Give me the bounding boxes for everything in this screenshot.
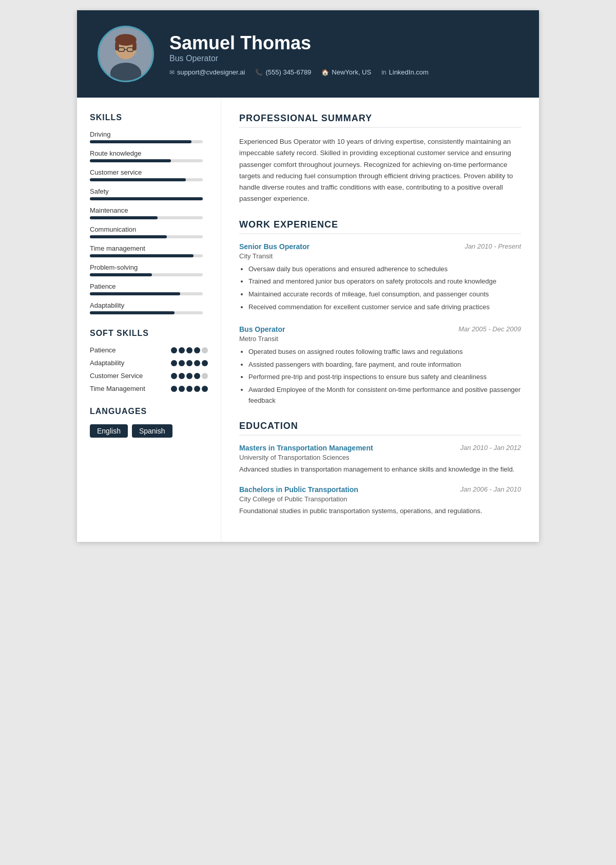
- summary-title: PROFESSIONAL SUMMARY: [239, 113, 521, 128]
- work-title: WORK EXPERIENCE: [239, 219, 521, 234]
- skill-item: Driving: [90, 130, 208, 143]
- soft-skill-item: Adaptability: [90, 359, 208, 367]
- dot: [202, 373, 208, 379]
- skills-list: Driving Route knowledge Customer service…: [90, 130, 208, 314]
- skill-fill: [90, 140, 191, 143]
- edu-description: Foundational studies in public transport…: [239, 506, 521, 517]
- job-bullets: Operated buses on assigned routes follow…: [239, 347, 521, 406]
- skill-bar: [90, 311, 203, 314]
- skill-fill: [90, 197, 203, 200]
- skill-name: Adaptability: [90, 302, 208, 309]
- education-title: EDUCATION: [239, 421, 521, 436]
- skill-item: Route knowledge: [90, 149, 208, 162]
- dot: [171, 386, 177, 392]
- skill-bar: [90, 235, 203, 238]
- dot: [202, 386, 208, 392]
- skill-name: Driving: [90, 130, 208, 138]
- skill-item: Patience: [90, 283, 208, 295]
- soft-skill-item: Customer Service: [90, 372, 208, 380]
- contact-linkedin: in LinkedIn.com: [381, 68, 429, 76]
- education-list: Masters in Transportation Management Jan…: [239, 444, 521, 517]
- job-bullet: Trained and mentored junior bus operator…: [248, 276, 521, 287]
- edu-school: City College of Public Transportation: [239, 495, 521, 503]
- skill-name: Time management: [90, 245, 208, 252]
- skill-name: Maintenance: [90, 206, 208, 214]
- dot: [179, 360, 185, 366]
- sidebar: SKILLS Driving Route knowledge Customer …: [77, 98, 221, 542]
- skill-fill: [90, 254, 194, 257]
- skill-name: Customer service: [90, 168, 208, 176]
- edu-date: Jan 2010 - Jan 2012: [460, 444, 521, 452]
- edu-date: Jan 2006 - Jan 2010: [460, 485, 521, 493]
- dot: [186, 347, 192, 353]
- edu-school: University of Transportation Sciences: [239, 454, 521, 461]
- skills-title: SKILLS: [90, 113, 208, 122]
- language-tag: English: [90, 424, 128, 438]
- language-tag: Spanish: [132, 424, 172, 438]
- soft-skill-name: Customer Service: [90, 372, 171, 380]
- edu-item: Bachelors in Public Transportation Jan 2…: [239, 485, 521, 517]
- language-tags: EnglishSpanish: [90, 424, 208, 438]
- skill-item: Adaptability: [90, 302, 208, 314]
- dot: [186, 386, 192, 392]
- dot: [179, 347, 185, 353]
- skill-item: Safety: [90, 187, 208, 200]
- edu-description: Advanced studies in transportation manag…: [239, 464, 521, 475]
- dots: [171, 347, 208, 353]
- skill-item: Time management: [90, 245, 208, 257]
- header-info: Samuel Thomas Bus Operator ✉ support@cvd…: [169, 32, 518, 76]
- job-header: Senior Bus Operator Jan 2010 - Present: [239, 242, 521, 251]
- header-title: Bus Operator: [169, 54, 518, 63]
- summary-text: Experienced Bus Operator with 10 years o…: [239, 136, 521, 205]
- dots: [171, 386, 208, 392]
- job-bullet: Received commendation for excellent cust…: [248, 302, 521, 313]
- job-bullet: Awarded Employee of the Month for consis…: [248, 385, 521, 406]
- skill-fill: [90, 311, 175, 314]
- edu-degree: Masters in Transportation Management: [239, 444, 373, 452]
- phone-icon: 📞: [255, 69, 263, 76]
- skill-item: Customer service: [90, 168, 208, 181]
- dot: [194, 347, 200, 353]
- email-icon: ✉: [169, 69, 175, 76]
- dot: [194, 386, 200, 392]
- job-bullet: Operated buses on assigned routes follow…: [248, 347, 521, 358]
- skill-bar: [90, 140, 203, 143]
- job-bullet: Performed pre-trip and post-trip inspect…: [248, 372, 521, 383]
- soft-skill-name: Time Management: [90, 385, 171, 392]
- skill-name: Communication: [90, 225, 208, 233]
- skill-bar: [90, 273, 203, 276]
- job-header: Bus Operator Mar 2005 - Dec 2009: [239, 325, 521, 333]
- skill-name: Patience: [90, 283, 208, 290]
- job-bullet: Assisted passengers with boarding, fare …: [248, 360, 521, 370]
- dot: [171, 373, 177, 379]
- skill-item: Maintenance: [90, 206, 208, 219]
- job-company: City Transit: [239, 252, 521, 260]
- dot: [202, 360, 208, 366]
- main-content: PROFESSIONAL SUMMARY Experienced Bus Ope…: [221, 98, 539, 542]
- soft-skill-item: Time Management: [90, 385, 208, 392]
- skill-fill: [90, 235, 167, 238]
- skill-bar: [90, 216, 203, 219]
- dot: [194, 373, 200, 379]
- job-bullet: Maintained accurate records of mileage, …: [248, 289, 521, 300]
- skill-bar: [90, 254, 203, 257]
- edu-header: Masters in Transportation Management Jan…: [239, 444, 521, 452]
- skill-fill: [90, 216, 158, 219]
- job-item: Bus Operator Mar 2005 - Dec 2009 Metro T…: [239, 325, 521, 406]
- dot: [171, 347, 177, 353]
- contact-phone: 📞 (555) 345-6789: [255, 68, 311, 76]
- job-title: Senior Bus Operator: [239, 242, 310, 251]
- job-date: Jan 2010 - Present: [465, 242, 521, 250]
- dot: [186, 360, 192, 366]
- job-bullets: Oversaw daily bus operations and ensured…: [239, 264, 521, 313]
- body-section: SKILLS Driving Route knowledge Customer …: [77, 98, 539, 542]
- skill-bar: [90, 197, 203, 200]
- skill-fill: [90, 273, 152, 276]
- skill-bar: [90, 292, 203, 295]
- soft-skills-list: PatienceAdaptabilityCustomer ServiceTime…: [90, 346, 208, 392]
- soft-skills-title: SOFT SKILLS: [90, 329, 208, 338]
- dots: [171, 373, 208, 379]
- job-company: Metro Transit: [239, 335, 521, 343]
- soft-skill-name: Adaptability: [90, 359, 171, 367]
- skill-fill: [90, 178, 186, 181]
